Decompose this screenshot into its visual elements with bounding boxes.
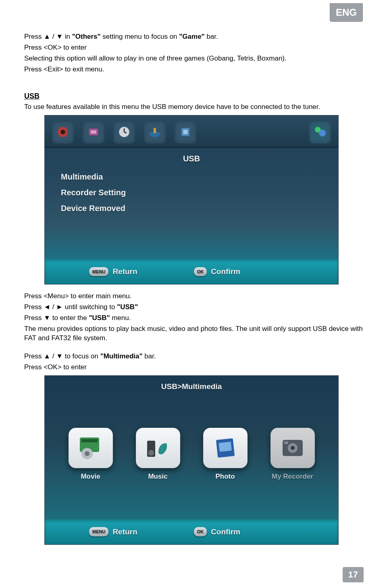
page-number: 17 — [343, 567, 364, 582]
text-bold: "USB" — [117, 303, 138, 311]
intro-line-3: Selecting this option will allow to play… — [24, 54, 363, 63]
text: setting menu to focus on — [101, 33, 179, 40]
svg-point-23 — [291, 446, 295, 450]
confirm-button[interactable]: OK Confirm — [194, 527, 240, 537]
music-icon — [136, 428, 180, 468]
text-bold: "Multimedia" — [100, 352, 143, 360]
page-content: Press ▲ / ▼ in "Others" setting menu to … — [0, 0, 387, 560]
footer-bar: MENU Return OK Confirm — [45, 259, 338, 284]
confirm-label: Confirm — [211, 527, 240, 537]
media-item-my-recorder[interactable]: My Recorder — [270, 428, 315, 481]
menu-list: Multimedia Recorder Setting Device Remov… — [45, 169, 338, 269]
return-label: Return — [112, 527, 137, 537]
text: Press ▲ / ▼ to focus on — [24, 352, 100, 360]
intro-line-4: Press <Exit> to exit menu. — [24, 65, 363, 74]
movie-icon — [69, 428, 113, 468]
return-label: Return — [112, 266, 137, 277]
svg-rect-10 — [183, 130, 187, 134]
media-label: My Recorder — [272, 472, 313, 481]
instr-line: The menu provides options to play back m… — [24, 324, 363, 343]
media-label: Photo — [215, 472, 235, 481]
usb-heading: USB — [24, 91, 363, 101]
intro-line-2: Press <OK> to enter — [24, 43, 363, 52]
menu-key-pill: MENU — [89, 267, 108, 276]
svg-rect-20 — [218, 442, 231, 452]
menu-item-multimedia[interactable]: Multimedia — [61, 169, 338, 185]
text-bold: "USB" — [89, 314, 110, 322]
confirm-label: Confirm — [211, 266, 240, 277]
return-button[interactable]: MENU Return — [89, 527, 137, 537]
media-item-movie[interactable]: Movie — [69, 428, 113, 481]
photo-icon — [203, 428, 248, 468]
menu-item-recorder-setting[interactable]: Recorder Setting — [61, 185, 338, 201]
svg-point-16 — [85, 451, 89, 456]
breadcrumb: USB>Multimedia — [45, 376, 338, 392]
instr-line: Press ▼ to enter the "USB" menu. — [24, 314, 363, 323]
instr-line: Press <OK> to enter — [24, 363, 363, 372]
time-icon — [113, 121, 135, 143]
text-bold: "Game" — [179, 33, 204, 40]
return-button[interactable]: MENU Return — [89, 266, 137, 277]
svg-rect-24 — [284, 442, 288, 444]
usb-icon — [309, 121, 331, 143]
text: menu. — [110, 314, 131, 322]
media-item-music[interactable]: Music — [136, 428, 180, 481]
icon-bar — [45, 115, 338, 148]
text: Press ▲ / ▼ in — [24, 33, 72, 40]
media-row: Movie Music — [45, 428, 338, 481]
svg-rect-8 — [154, 128, 156, 133]
menu-item-device-removed[interactable]: Device Removed — [61, 201, 338, 216]
menu-key-pill: MENU — [89, 527, 108, 536]
instr-line: Press <Menu> to enter main menu. — [24, 292, 363, 301]
confirm-button[interactable]: OK Confirm — [194, 266, 240, 277]
instr-line: Press ▲ / ▼ to focus on "Multimedia" bar… — [24, 352, 363, 361]
ok-key-pill: OK — [194, 527, 207, 536]
svg-point-12 — [319, 130, 326, 136]
text: bar. — [205, 33, 218, 40]
media-label: Movie — [81, 472, 100, 481]
setup-icon — [52, 121, 74, 143]
svg-rect-3 — [91, 130, 96, 134]
text-bold: "Others" — [72, 33, 101, 40]
channel-icon — [83, 121, 104, 143]
text: Press ◄ / ► until switching to — [24, 303, 117, 311]
tools-icon — [144, 121, 166, 143]
ok-key-pill: OK — [194, 267, 207, 276]
screenshot-usb-menu: USB Multimedia Recorder Setting Device R… — [44, 115, 339, 285]
system-icon — [175, 121, 196, 143]
screenshot-multimedia: USB>Multimedia Movie — [44, 375, 339, 545]
recorder-icon — [270, 428, 315, 468]
media-label: Music — [148, 472, 167, 481]
usb-intro: To use features available in this menu t… — [24, 103, 363, 112]
intro-line-1: Press ▲ / ▼ in "Others" setting menu to … — [24, 32, 363, 42]
footer-bar: MENU Return OK Confirm — [45, 519, 338, 544]
menu-title: USB — [45, 153, 338, 164]
instr-line: Press ◄ / ► until switching to "USB" — [24, 303, 363, 312]
svg-rect-14 — [81, 439, 98, 442]
media-item-photo[interactable]: Photo — [203, 428, 248, 481]
svg-point-1 — [60, 130, 65, 134]
svg-point-18 — [148, 450, 154, 456]
text: bar. — [143, 352, 156, 360]
text: Press ▼ to enter the — [24, 314, 89, 322]
language-badge: ENG — [330, 3, 363, 22]
